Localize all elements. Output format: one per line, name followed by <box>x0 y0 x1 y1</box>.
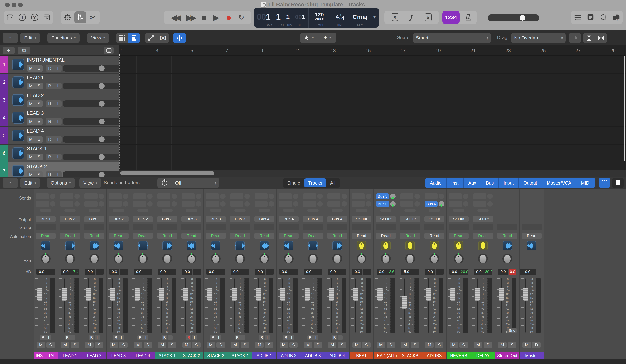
lcd-position[interactable]: 001 1 1 001 BAR BEAT DIV TICK <box>254 8 308 28</box>
send-knob-icon[interactable] <box>463 201 469 207</box>
automation-mode-button[interactable]: Read <box>109 233 128 239</box>
peak-level-value[interactable] <box>144 268 152 275</box>
mute-button[interactable]: M <box>401 342 409 348</box>
inspector-info-icon[interactable]: i <box>16 11 28 23</box>
input-monitor-button[interactable]: I <box>167 335 173 340</box>
send-slot-3[interactable] <box>277 209 301 212</box>
channel-strip[interactable]: Bus 3 Read 0.0 0369121518212430354045506… <box>180 189 204 360</box>
send-knob-icon[interactable] <box>414 201 420 207</box>
pan-knob[interactable] <box>65 254 75 264</box>
output-button[interactable]: Bus 4 <box>254 216 274 222</box>
send-knob-icon[interactable] <box>196 194 201 199</box>
channel-name-label[interactable]: STACK 3 <box>204 352 228 360</box>
peak-level-value[interactable] <box>193 268 201 275</box>
input-monitor-button[interactable]: I <box>54 100 62 107</box>
channel-type-icon[interactable] <box>114 241 123 250</box>
channel-strip[interactable]: Bus 3 Read 0.0 0369121518212430354045506… <box>155 189 180 360</box>
hide-advanced-icon[interactable]: ↑ <box>2 33 18 43</box>
send-knob-icon[interactable] <box>293 201 298 207</box>
bounce-button[interactable]: Bnc <box>507 328 517 333</box>
automation-mode-button[interactable]: Read <box>449 233 469 239</box>
send-slot-3[interactable] <box>325 209 349 212</box>
record-enable-button[interactable]: R <box>259 335 264 340</box>
vertical-scrollbar-thumb[interactable] <box>624 56 625 161</box>
send-slot-1[interactable] <box>325 193 349 199</box>
duplicate-track-button[interactable]: ⧉ <box>18 47 30 54</box>
peak-level-value[interactable] <box>339 268 347 275</box>
send-slot-1[interactable] <box>350 193 373 199</box>
channel-type-icon[interactable] <box>332 241 342 250</box>
record-enable-button[interactable]: R <box>210 335 216 340</box>
fader-handle[interactable] <box>523 288 528 301</box>
fader-handle[interactable] <box>256 288 261 301</box>
automation-mode-button[interactable]: Read <box>84 233 104 239</box>
record-enable-button[interactable]: R <box>186 335 192 340</box>
send-slot-2[interactable] <box>58 201 82 207</box>
channel-name-label[interactable]: ADLIB 4 <box>325 352 349 360</box>
automation-mode-button[interactable]: Read <box>400 233 420 239</box>
fader-handle[interactable] <box>61 288 67 301</box>
mute-button[interactable]: M <box>85 342 94 348</box>
send-knob-icon[interactable] <box>317 194 323 199</box>
solo-button[interactable]: S <box>362 342 371 348</box>
command-tool-menu[interactable]: +▾ <box>318 33 336 43</box>
send-knob-icon[interactable] <box>342 194 347 199</box>
group-slot[interactable] <box>254 224 274 230</box>
volume-value[interactable]: -5.0 <box>401 268 411 275</box>
track-name[interactable]: LEAD 1 <box>27 75 44 81</box>
peak-level-value[interactable]: -2.6 <box>387 268 395 275</box>
record-enable-button[interactable]: R <box>46 118 54 125</box>
solo-mode-icon[interactable]: S <box>422 11 434 23</box>
channel-type-icon[interactable] <box>162 241 172 250</box>
send-knob-icon[interactable] <box>123 194 128 199</box>
fader-handle[interactable] <box>207 288 213 301</box>
channel-strip[interactable]: Bus 1 Read 0.0 0369121518212430354045506… <box>34 189 58 360</box>
send-slot-3[interactable] <box>228 209 252 212</box>
group-slot[interactable] <box>133 224 153 230</box>
solo-button[interactable]: S <box>265 342 274 348</box>
send-slot-3[interactable] <box>422 209 446 212</box>
metronome-button[interactable] <box>460 10 477 24</box>
channel-name-label[interactable]: STACKS <box>398 352 422 360</box>
solo-button[interactable]: S <box>314 342 322 348</box>
solo-button[interactable]: D <box>532 342 541 348</box>
fader-handle[interactable] <box>426 288 431 301</box>
solo-button[interactable]: S <box>35 154 43 161</box>
send-slot-3[interactable] <box>82 209 106 212</box>
fader-handle[interactable] <box>232 288 237 301</box>
mixer-edit-menu[interactable]: Edit▾ <box>20 178 40 188</box>
mute-button[interactable]: M <box>37 342 45 348</box>
mute-button[interactable]: M <box>61 342 69 348</box>
send-slot-3[interactable] <box>447 209 471 212</box>
mute-button[interactable]: M <box>352 342 361 348</box>
volume-value[interactable]: 0.0 <box>37 268 47 275</box>
track-volume-thumb[interactable] <box>99 119 105 124</box>
solo-button[interactable]: S <box>192 342 200 348</box>
group-slot[interactable] <box>157 224 177 230</box>
fader-handle[interactable] <box>499 288 504 301</box>
track-volume-slider[interactable] <box>63 136 122 143</box>
solo-button[interactable]: S <box>95 342 103 348</box>
pan-knob[interactable] <box>454 254 464 264</box>
record-enable-button[interactable]: R <box>235 335 240 340</box>
mixer-view-mode-all[interactable]: All <box>326 178 339 187</box>
automation-mode-button[interactable]: Read <box>327 233 347 239</box>
track-number[interactable]: 2 <box>0 73 8 91</box>
lcd-time-signature[interactable]: 4/4 TIME <box>330 8 350 28</box>
volume-value[interactable]: 0.0 <box>85 268 95 275</box>
lcd-display[interactable]: 001 1 1 001 BAR BEAT DIV TICK 120KEEP TE… <box>254 8 379 28</box>
automation-mode-button[interactable]: Read <box>230 233 250 239</box>
channel-name-label[interactable]: LEAD (ALL) <box>374 352 398 360</box>
track-row[interactable]: 3 LEAD 2 M S R I <box>0 91 119 109</box>
send-slot-3[interactable] <box>107 209 130 212</box>
channel-type-icon[interactable] <box>260 241 269 250</box>
fader-handle[interactable] <box>37 288 43 301</box>
solo-button[interactable]: S <box>35 118 43 125</box>
arrange-grid[interactable] <box>119 56 626 177</box>
peak-level-value[interactable] <box>266 268 274 275</box>
input-monitor-button[interactable]: I <box>54 118 62 125</box>
channel-strip[interactable]: Bus 3 Read 0.0 0369121518212430354045506… <box>228 189 252 360</box>
mixer-view-menu[interactable]: View▾ <box>79 178 101 188</box>
quick-help-icon[interactable]: ? <box>29 11 40 23</box>
channel-strip[interactable]: St Out Read 0.0 -28.0 036912151821243035… <box>447 189 471 360</box>
